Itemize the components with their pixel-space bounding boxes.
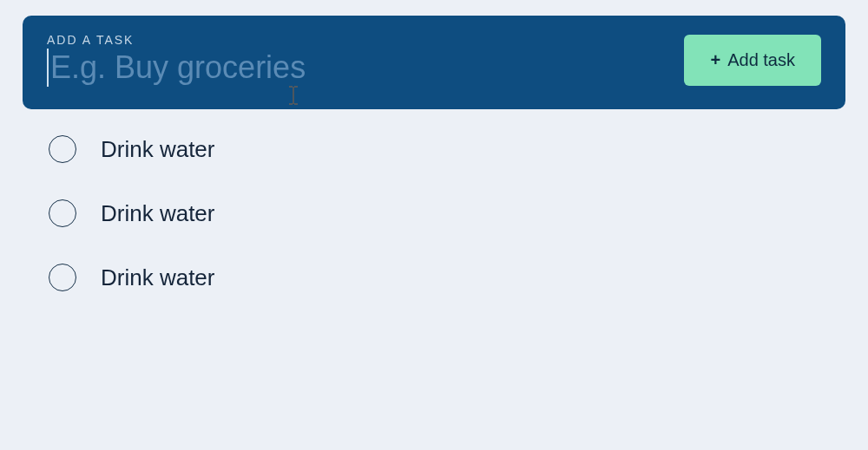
task-list: Drink water Drink water Drink water [0, 135, 868, 291]
task-text: Drink water [101, 200, 214, 227]
task-row: Drink water [49, 199, 819, 227]
task-text: Drink water [101, 136, 214, 163]
plus-icon: + [710, 51, 720, 68]
task-checkbox[interactable] [49, 264, 76, 291]
add-task-button-label: Add task [727, 50, 795, 70]
task-row: Drink water [49, 264, 819, 291]
task-checkbox[interactable] [49, 135, 76, 163]
add-task-panel: Add a task + Add task [23, 16, 845, 109]
add-task-button[interactable]: + Add task [684, 35, 821, 86]
task-checkbox[interactable] [49, 199, 76, 227]
task-row: Drink water [49, 135, 819, 163]
task-input[interactable] [47, 49, 684, 87]
task-input-area: Add a task [47, 33, 684, 87]
task-input-label: Add a task [47, 33, 684, 47]
task-text: Drink water [101, 264, 214, 291]
